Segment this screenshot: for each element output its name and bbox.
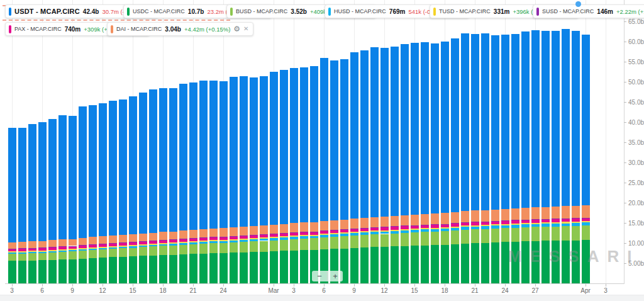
- bar-segment-dai[interactable]: [310, 222, 318, 232]
- bar-segment-busd[interactable]: [48, 253, 57, 260]
- bar-segment-busd[interactable]: [290, 239, 298, 251]
- bar-segment-dai[interactable]: [219, 228, 228, 237]
- bar-segment-susd[interactable]: [219, 237, 228, 237]
- bar-segment-husd[interactable]: [199, 242, 208, 244]
- bar-segment-tusd[interactable]: [159, 243, 167, 244]
- bar-segment-husd[interactable]: [421, 229, 429, 232]
- bar-segment-usdt[interactable]: [79, 106, 87, 238]
- bar-segment-usdc[interactable]: [360, 247, 369, 283]
- bar-segment-usdc[interactable]: [119, 257, 127, 283]
- bar-segment-pax[interactable]: [280, 234, 288, 236]
- bar-segment-busd[interactable]: [69, 251, 77, 259]
- bar-segment-pax[interactable]: [219, 237, 228, 239]
- bar-segment-busd[interactable]: [139, 247, 147, 256]
- bar-segment-usdc[interactable]: [481, 243, 489, 283]
- bar-segment-tusd[interactable]: [531, 223, 540, 224]
- bar-segment-susd[interactable]: [330, 230, 338, 230]
- bar-segment-dai[interactable]: [179, 230, 187, 239]
- bar-segment-pax[interactable]: [8, 249, 16, 251]
- bar-segment-usdt[interactable]: [58, 115, 67, 239]
- bar-segment-busd[interactable]: [471, 229, 479, 243]
- bar-segment-dai[interactable]: [189, 230, 197, 238]
- bar-segment-busd[interactable]: [209, 243, 218, 253]
- bar-segment-susd[interactable]: [370, 227, 379, 228]
- bar-segment-tusd[interactable]: [48, 250, 57, 251]
- bar-segment-usdc[interactable]: [511, 242, 519, 283]
- bar-segment-usdt[interactable]: [471, 34, 479, 210]
- bar-segment-pax[interactable]: [169, 240, 177, 242]
- bar-segment-busd[interactable]: [562, 226, 570, 241]
- bar-segment-tusd[interactable]: [89, 247, 97, 249]
- bar-segment-susd[interactable]: [481, 222, 489, 222]
- bar-segment-tusd[interactable]: [461, 225, 469, 227]
- bar-segment-tusd[interactable]: [58, 249, 67, 251]
- bar-segment-busd[interactable]: [89, 250, 97, 258]
- bar-segment-pax[interactable]: [471, 222, 479, 225]
- bar-segment-usdc[interactable]: [441, 245, 449, 283]
- bar-segment-usdc[interactable]: [139, 256, 147, 283]
- bar-segment-pax[interactable]: [421, 225, 429, 229]
- bar-segment-usdt[interactable]: [250, 77, 258, 226]
- bar-segment-dai[interactable]: [380, 217, 389, 227]
- bar-segment-husd[interactable]: [300, 236, 308, 238]
- bar-segment-usdc[interactable]: [461, 244, 469, 283]
- bar-segment-tusd[interactable]: [310, 235, 318, 236]
- bar-segment-usdt[interactable]: [219, 81, 228, 229]
- bar-segment-pax[interactable]: [119, 243, 127, 246]
- bar-segment-busd[interactable]: [240, 242, 248, 253]
- bar-segment-susd[interactable]: [421, 225, 429, 225]
- bar-segment-husd[interactable]: [320, 235, 328, 237]
- bar-segment-husd[interactable]: [461, 227, 469, 229]
- bar-segment-usdt[interactable]: [260, 76, 268, 225]
- bar-segment-dai[interactable]: [159, 232, 167, 239]
- bar-segment-husd[interactable]: [401, 230, 409, 233]
- bar-segment-husd[interactable]: [572, 223, 580, 226]
- bar-segment-dai[interactable]: [199, 229, 208, 237]
- bar-segment-husd[interactable]: [129, 246, 137, 248]
- bar-segment-susd[interactable]: [401, 225, 409, 226]
- bar-segment-usdc[interactable]: [290, 251, 298, 283]
- bar-segment-susd[interactable]: [209, 237, 218, 237]
- bar-segment-susd[interactable]: [290, 232, 298, 233]
- bar-segment-dai[interactable]: [501, 209, 509, 220]
- bar-segment-susd[interactable]: [521, 220, 530, 220]
- bar-segment-usdc[interactable]: [209, 253, 218, 283]
- bar-segment-usdc[interactable]: [240, 253, 248, 283]
- bar-segment-husd[interactable]: [89, 249, 97, 250]
- bar-segment-usdt[interactable]: [89, 105, 97, 237]
- bar-segment-husd[interactable]: [380, 232, 389, 234]
- bar-segment-dai[interactable]: [391, 216, 399, 226]
- bar-segment-husd[interactable]: [209, 241, 218, 243]
- bar-segment-usdc[interactable]: [8, 261, 16, 283]
- bar-segment-usdc[interactable]: [501, 242, 509, 283]
- bar-segment-tusd[interactable]: [250, 238, 258, 239]
- bar-segment-busd[interactable]: [199, 244, 208, 254]
- bar-segment-tusd[interactable]: [431, 228, 439, 229]
- bar-segment-husd[interactable]: [370, 232, 379, 234]
- bar-segment-usdc[interactable]: [421, 246, 429, 283]
- bar-segment-usdt[interactable]: [501, 35, 509, 209]
- bar-segment-usdc[interactable]: [18, 261, 26, 283]
- bar-segment-busd[interactable]: [230, 242, 238, 253]
- bar-segment-usdc[interactable]: [189, 254, 197, 283]
- bar-segment-usdt[interactable]: [149, 89, 157, 233]
- bar-segment-pax[interactable]: [79, 246, 87, 248]
- bar-segment-husd[interactable]: [189, 242, 197, 244]
- bar-segment-tusd[interactable]: [370, 230, 379, 232]
- bar-segment-husd[interactable]: [562, 224, 570, 227]
- bar-segment-susd[interactable]: [552, 219, 560, 219]
- bar-segment-tusd[interactable]: [119, 246, 127, 247]
- bar-segment-dai[interactable]: [471, 210, 479, 222]
- bar-segment-tusd[interactable]: [401, 229, 409, 230]
- bar-segment-dai[interactable]: [330, 220, 338, 230]
- bar-segment-busd[interactable]: [421, 232, 429, 245]
- bar-segment-tusd[interactable]: [209, 240, 218, 241]
- bar-segment-usdc[interactable]: [79, 259, 87, 283]
- bar-segment-busd[interactable]: [380, 234, 389, 247]
- bar-segment-husd[interactable]: [79, 249, 87, 251]
- bar-segment-busd[interactable]: [360, 235, 369, 247]
- bar-segment-tusd[interactable]: [471, 225, 479, 227]
- bar-segment-busd[interactable]: [401, 233, 409, 246]
- bar-segment-usdt[interactable]: [582, 35, 590, 205]
- bar-segment-pax[interactable]: [562, 219, 570, 222]
